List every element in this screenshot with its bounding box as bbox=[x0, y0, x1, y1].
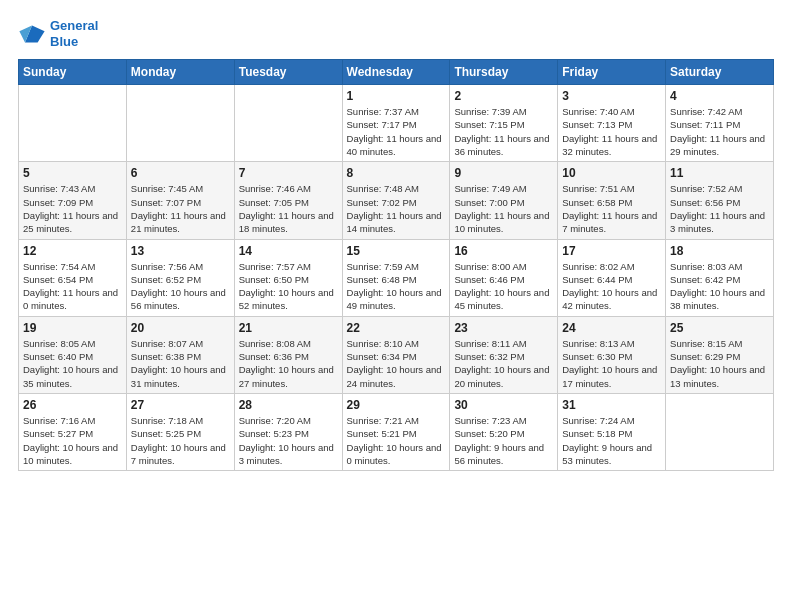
day-info: Sunrise: 8:05 AMSunset: 6:40 PMDaylight:… bbox=[23, 337, 122, 390]
calendar-header-row: SundayMondayTuesdayWednesdayThursdayFrid… bbox=[19, 60, 774, 85]
calendar-cell: 20Sunrise: 8:07 AMSunset: 6:38 PMDayligh… bbox=[126, 316, 234, 393]
weekday-header: Sunday bbox=[19, 60, 127, 85]
weekday-header: Tuesday bbox=[234, 60, 342, 85]
day-number: 22 bbox=[347, 321, 446, 335]
calendar-cell: 8Sunrise: 7:48 AMSunset: 7:02 PMDaylight… bbox=[342, 162, 450, 239]
day-number: 21 bbox=[239, 321, 338, 335]
day-number: 25 bbox=[670, 321, 769, 335]
calendar-cell: 29Sunrise: 7:21 AMSunset: 5:21 PMDayligh… bbox=[342, 393, 450, 470]
calendar-cell bbox=[234, 85, 342, 162]
weekday-header: Friday bbox=[558, 60, 666, 85]
day-number: 20 bbox=[131, 321, 230, 335]
weekday-header: Thursday bbox=[450, 60, 558, 85]
day-info: Sunrise: 7:40 AMSunset: 7:13 PMDaylight:… bbox=[562, 105, 661, 158]
calendar-week-row: 12Sunrise: 7:54 AMSunset: 6:54 PMDayligh… bbox=[19, 239, 774, 316]
calendar: SundayMondayTuesdayWednesdayThursdayFrid… bbox=[18, 59, 774, 471]
calendar-cell: 26Sunrise: 7:16 AMSunset: 5:27 PMDayligh… bbox=[19, 393, 127, 470]
calendar-cell: 27Sunrise: 7:18 AMSunset: 5:25 PMDayligh… bbox=[126, 393, 234, 470]
day-number: 18 bbox=[670, 244, 769, 258]
day-info: Sunrise: 8:00 AMSunset: 6:46 PMDaylight:… bbox=[454, 260, 553, 313]
weekday-header: Monday bbox=[126, 60, 234, 85]
calendar-cell: 16Sunrise: 8:00 AMSunset: 6:46 PMDayligh… bbox=[450, 239, 558, 316]
day-number: 5 bbox=[23, 166, 122, 180]
day-info: Sunrise: 7:51 AMSunset: 6:58 PMDaylight:… bbox=[562, 182, 661, 235]
calendar-cell: 4Sunrise: 7:42 AMSunset: 7:11 PMDaylight… bbox=[666, 85, 774, 162]
day-number: 13 bbox=[131, 244, 230, 258]
day-info: Sunrise: 7:43 AMSunset: 7:09 PMDaylight:… bbox=[23, 182, 122, 235]
logo: General Blue bbox=[18, 18, 98, 49]
day-info: Sunrise: 7:37 AMSunset: 7:17 PMDaylight:… bbox=[347, 105, 446, 158]
weekday-header: Saturday bbox=[666, 60, 774, 85]
day-info: Sunrise: 7:49 AMSunset: 7:00 PMDaylight:… bbox=[454, 182, 553, 235]
page: General Blue SundayMondayTuesdayWednesda… bbox=[0, 0, 792, 483]
calendar-week-row: 19Sunrise: 8:05 AMSunset: 6:40 PMDayligh… bbox=[19, 316, 774, 393]
day-number: 11 bbox=[670, 166, 769, 180]
day-number: 27 bbox=[131, 398, 230, 412]
calendar-cell bbox=[126, 85, 234, 162]
day-number: 28 bbox=[239, 398, 338, 412]
header: General Blue bbox=[18, 18, 774, 49]
day-number: 19 bbox=[23, 321, 122, 335]
day-info: Sunrise: 7:54 AMSunset: 6:54 PMDaylight:… bbox=[23, 260, 122, 313]
calendar-cell: 21Sunrise: 8:08 AMSunset: 6:36 PMDayligh… bbox=[234, 316, 342, 393]
calendar-cell: 31Sunrise: 7:24 AMSunset: 5:18 PMDayligh… bbox=[558, 393, 666, 470]
calendar-cell: 1Sunrise: 7:37 AMSunset: 7:17 PMDaylight… bbox=[342, 85, 450, 162]
calendar-cell: 11Sunrise: 7:52 AMSunset: 6:56 PMDayligh… bbox=[666, 162, 774, 239]
day-info: Sunrise: 7:42 AMSunset: 7:11 PMDaylight:… bbox=[670, 105, 769, 158]
day-info: Sunrise: 7:24 AMSunset: 5:18 PMDaylight:… bbox=[562, 414, 661, 467]
calendar-cell: 15Sunrise: 7:59 AMSunset: 6:48 PMDayligh… bbox=[342, 239, 450, 316]
day-info: Sunrise: 8:11 AMSunset: 6:32 PMDaylight:… bbox=[454, 337, 553, 390]
day-info: Sunrise: 8:03 AMSunset: 6:42 PMDaylight:… bbox=[670, 260, 769, 313]
day-number: 24 bbox=[562, 321, 661, 335]
calendar-week-row: 1Sunrise: 7:37 AMSunset: 7:17 PMDaylight… bbox=[19, 85, 774, 162]
day-number: 3 bbox=[562, 89, 661, 103]
logo-icon bbox=[18, 20, 46, 48]
day-info: Sunrise: 8:10 AMSunset: 6:34 PMDaylight:… bbox=[347, 337, 446, 390]
day-number: 17 bbox=[562, 244, 661, 258]
logo-text: General Blue bbox=[50, 18, 98, 49]
day-number: 12 bbox=[23, 244, 122, 258]
calendar-cell bbox=[666, 393, 774, 470]
day-info: Sunrise: 8:13 AMSunset: 6:30 PMDaylight:… bbox=[562, 337, 661, 390]
calendar-cell: 19Sunrise: 8:05 AMSunset: 6:40 PMDayligh… bbox=[19, 316, 127, 393]
day-info: Sunrise: 7:18 AMSunset: 5:25 PMDaylight:… bbox=[131, 414, 230, 467]
day-info: Sunrise: 8:08 AMSunset: 6:36 PMDaylight:… bbox=[239, 337, 338, 390]
day-number: 1 bbox=[347, 89, 446, 103]
day-number: 16 bbox=[454, 244, 553, 258]
day-info: Sunrise: 7:48 AMSunset: 7:02 PMDaylight:… bbox=[347, 182, 446, 235]
day-info: Sunrise: 7:46 AMSunset: 7:05 PMDaylight:… bbox=[239, 182, 338, 235]
calendar-cell: 6Sunrise: 7:45 AMSunset: 7:07 PMDaylight… bbox=[126, 162, 234, 239]
day-info: Sunrise: 7:39 AMSunset: 7:15 PMDaylight:… bbox=[454, 105, 553, 158]
day-number: 9 bbox=[454, 166, 553, 180]
day-info: Sunrise: 7:52 AMSunset: 6:56 PMDaylight:… bbox=[670, 182, 769, 235]
calendar-cell: 2Sunrise: 7:39 AMSunset: 7:15 PMDaylight… bbox=[450, 85, 558, 162]
calendar-cell: 25Sunrise: 8:15 AMSunset: 6:29 PMDayligh… bbox=[666, 316, 774, 393]
day-number: 7 bbox=[239, 166, 338, 180]
day-info: Sunrise: 7:59 AMSunset: 6:48 PMDaylight:… bbox=[347, 260, 446, 313]
day-info: Sunrise: 7:20 AMSunset: 5:23 PMDaylight:… bbox=[239, 414, 338, 467]
day-number: 6 bbox=[131, 166, 230, 180]
day-number: 10 bbox=[562, 166, 661, 180]
day-number: 23 bbox=[454, 321, 553, 335]
day-info: Sunrise: 8:15 AMSunset: 6:29 PMDaylight:… bbox=[670, 337, 769, 390]
calendar-cell: 30Sunrise: 7:23 AMSunset: 5:20 PMDayligh… bbox=[450, 393, 558, 470]
calendar-cell: 22Sunrise: 8:10 AMSunset: 6:34 PMDayligh… bbox=[342, 316, 450, 393]
day-info: Sunrise: 7:16 AMSunset: 5:27 PMDaylight:… bbox=[23, 414, 122, 467]
day-info: Sunrise: 8:02 AMSunset: 6:44 PMDaylight:… bbox=[562, 260, 661, 313]
calendar-week-row: 26Sunrise: 7:16 AMSunset: 5:27 PMDayligh… bbox=[19, 393, 774, 470]
day-info: Sunrise: 7:23 AMSunset: 5:20 PMDaylight:… bbox=[454, 414, 553, 467]
day-number: 14 bbox=[239, 244, 338, 258]
calendar-cell: 28Sunrise: 7:20 AMSunset: 5:23 PMDayligh… bbox=[234, 393, 342, 470]
day-number: 31 bbox=[562, 398, 661, 412]
day-info: Sunrise: 7:57 AMSunset: 6:50 PMDaylight:… bbox=[239, 260, 338, 313]
day-info: Sunrise: 8:07 AMSunset: 6:38 PMDaylight:… bbox=[131, 337, 230, 390]
calendar-cell: 23Sunrise: 8:11 AMSunset: 6:32 PMDayligh… bbox=[450, 316, 558, 393]
calendar-cell bbox=[19, 85, 127, 162]
calendar-cell: 24Sunrise: 8:13 AMSunset: 6:30 PMDayligh… bbox=[558, 316, 666, 393]
day-number: 8 bbox=[347, 166, 446, 180]
calendar-cell: 17Sunrise: 8:02 AMSunset: 6:44 PMDayligh… bbox=[558, 239, 666, 316]
day-number: 4 bbox=[670, 89, 769, 103]
day-info: Sunrise: 7:21 AMSunset: 5:21 PMDaylight:… bbox=[347, 414, 446, 467]
day-number: 26 bbox=[23, 398, 122, 412]
day-number: 15 bbox=[347, 244, 446, 258]
